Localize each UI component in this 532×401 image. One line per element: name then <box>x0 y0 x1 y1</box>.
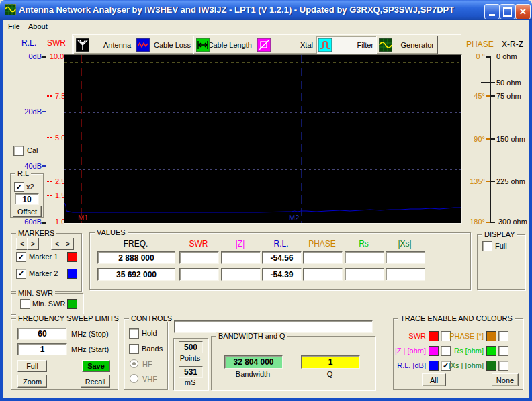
menu-bar: File About <box>3 20 529 33</box>
toolbar-button-xtal[interactable]: Xtal <box>255 36 317 54</box>
cable-loss-icon <box>136 38 150 52</box>
toolbar-button-filter[interactable]: Filter <box>316 36 378 54</box>
trace-all-button[interactable]: All <box>422 373 446 386</box>
chart-area[interactable]: M1 M2 <box>64 54 462 224</box>
trace-xs-swatch[interactable] <box>486 361 496 371</box>
ohm-tick-label: 150 ohm <box>496 135 525 143</box>
toolbar-label: Generator <box>400 41 434 49</box>
trace-z-swatch[interactable] <box>429 346 439 356</box>
hold-checkbox[interactable] <box>129 328 139 339</box>
axis-tick <box>486 138 490 140</box>
marker2-next-button[interactable]: > <box>62 238 74 250</box>
cable-length-icon <box>196 38 210 52</box>
trace-none-button[interactable]: None <box>492 373 519 386</box>
cal-label: Cal <box>27 146 38 154</box>
values-header-rl: R.L. <box>262 239 300 249</box>
ms-value: 531 <box>179 366 203 378</box>
min-swr-color-swatch[interactable] <box>67 299 77 309</box>
filter-icon <box>318 38 332 52</box>
recall-button[interactable]: Recall <box>81 375 110 388</box>
toolbar-button-generator[interactable]: Generator <box>376 36 438 54</box>
marker1-z-field <box>221 251 261 264</box>
trace-rs-checkbox[interactable] <box>498 346 508 356</box>
axis-tick <box>486 56 490 58</box>
start-frequency-label: MHz (Start) <box>71 345 109 353</box>
marker1-freq-field[interactable]: 2 888 000 <box>97 251 175 264</box>
toolbar-button-antenna[interactable]: Antenna <box>73 36 135 54</box>
sweep-group-title: FREQUENCY SWEEP LIMITS <box>16 314 121 322</box>
marker1-swr-field <box>179 251 219 264</box>
offset-value-field[interactable]: 10 <box>15 193 39 205</box>
marker2-checkbox[interactable]: ✓ <box>16 269 26 279</box>
marker2-label: M2 <box>289 214 299 222</box>
display-full-checkbox[interactable] <box>482 241 492 251</box>
bands-checkbox[interactable] <box>129 344 139 354</box>
rl-trace <box>64 203 461 212</box>
ohm-tick-label: 0 ohm <box>496 52 517 60</box>
save-button[interactable]: Save <box>82 360 110 372</box>
ohm-tick-label: 50 ohm <box>496 79 521 87</box>
vhf-radio[interactable] <box>130 374 138 383</box>
marker1-color-swatch[interactable] <box>67 252 77 262</box>
trace-rl-swatch[interactable] <box>429 361 439 371</box>
display-group-title: DISPLAY <box>482 230 517 238</box>
bandwidth-label: Bandwidth <box>224 370 281 378</box>
axis-tick <box>47 181 54 182</box>
trace-xs-checkbox[interactable] <box>498 361 508 371</box>
axis-tick <box>42 165 46 167</box>
hf-radio[interactable] <box>130 359 138 368</box>
toolbar-label: Cable Loss <box>154 41 191 49</box>
menu-about[interactable]: About <box>28 22 48 30</box>
min-swr-label: Min. SWR <box>32 300 66 308</box>
marker1-checkbox[interactable]: ✓ <box>16 252 26 262</box>
stop-frequency-field[interactable]: 60 <box>17 328 67 340</box>
hf-label: HF <box>142 360 152 368</box>
axis-tick <box>42 111 46 112</box>
marker1-phase-field <box>303 251 343 264</box>
values-group-title: VALUES <box>95 228 128 236</box>
full-sweep-button[interactable]: Full <box>17 360 47 372</box>
min-swr-checkbox[interactable] <box>20 299 30 309</box>
axis-tick <box>491 222 495 223</box>
antenna-icon <box>76 38 89 52</box>
marker1-next-button[interactable]: > <box>27 238 39 250</box>
axis-tick <box>47 137 54 138</box>
toolbar-button-cable-loss[interactable]: Cable Loss <box>134 36 195 54</box>
rl-tick-label: 0dB <box>13 52 42 60</box>
toolbar-label: Xtal <box>300 41 313 49</box>
trace-rs-swatch[interactable] <box>486 346 496 356</box>
trace-phase-swatch[interactable] <box>486 331 496 341</box>
trace-group-title: TRACE ENABLE AND COLOURS <box>398 314 515 322</box>
offset-button[interactable]: Offset <box>13 206 42 217</box>
values-header-phase: PHASE <box>303 239 341 249</box>
trace-z-label: |Z | [ohm] <box>391 347 426 355</box>
close-button[interactable]: ✕ <box>515 4 531 19</box>
display-full-label: Full <box>495 242 507 250</box>
marker2-color-swatch[interactable] <box>67 269 77 279</box>
marker2-rl-field: -54.39 <box>262 268 302 281</box>
zoom-button[interactable]: Zoom <box>17 375 47 388</box>
x2-checkbox[interactable]: ✓ <box>14 182 24 192</box>
marker2-freq-field[interactable]: 35 692 000 <box>97 268 175 281</box>
points-label: Points <box>173 354 207 362</box>
toolbar-button-cable-length[interactable]: Cable Length <box>193 36 256 54</box>
trace-swr-swatch[interactable] <box>429 331 439 341</box>
ohm-tick-label: 300 ohm <box>498 218 527 226</box>
cal-checkbox[interactable] <box>13 146 24 156</box>
window-border-bottom <box>0 398 532 401</box>
menu-file[interactable]: File <box>8 22 20 30</box>
values-header-swr: SWR <box>179 239 218 249</box>
maximize-button[interactable] <box>500 4 515 19</box>
title-bar[interactable]: Antenna Network Analyser by IW3HEV and I… <box>0 0 532 20</box>
trace-phase-checkbox[interactable] <box>498 331 508 341</box>
toolbar-label: Cable Length <box>208 41 252 49</box>
swr-tick-label: 10.0 <box>50 52 64 60</box>
minimize-button[interactable] <box>484 4 500 19</box>
phase-axis-title: PHASE <box>466 40 494 49</box>
markers-group-title: MARKERS <box>16 229 56 237</box>
start-frequency-field[interactable]: 1 <box>17 343 67 355</box>
xtal-icon <box>257 38 271 52</box>
phase-tick-label: 0 ° <box>459 52 485 60</box>
radio-dot <box>132 362 136 365</box>
rl-tick-label: 60dB <box>13 218 42 226</box>
